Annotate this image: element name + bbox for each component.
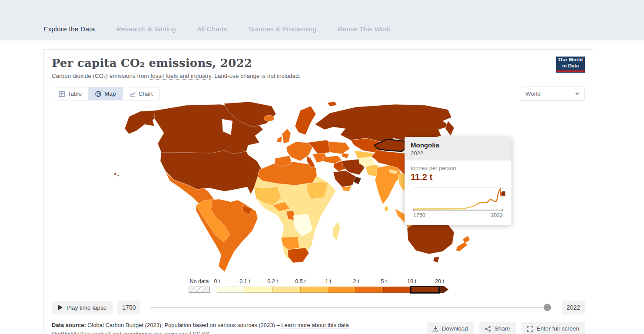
download-button[interactable]: Download bbox=[427, 322, 474, 334]
tooltip-value: 11.2 t bbox=[411, 172, 505, 182]
share-label: Share bbox=[495, 325, 510, 332]
subtitle-term-link[interactable]: fossil fuels and industry bbox=[150, 73, 211, 79]
legend-tick-0: 0 t bbox=[214, 278, 220, 284]
chart-card: Per capita CO₂ emissions, 2022 Carbon di… bbox=[43, 49, 593, 333]
region-scandinavia[interactable] bbox=[295, 106, 316, 135]
subtitle-text-end: . Land-use change is not included. bbox=[211, 73, 301, 79]
legend-bin-1-2t[interactable] bbox=[328, 287, 355, 293]
region-caucasus[interactable] bbox=[342, 153, 349, 158]
country-russia[interactable] bbox=[315, 104, 451, 142]
legend-bin-0.5-1t[interactable] bbox=[300, 287, 328, 293]
legend-bin-5-10t[interactable] bbox=[383, 287, 411, 293]
view-tab-chart[interactable]: Chart bbox=[123, 87, 159, 100]
view-tab-chart-label: Chart bbox=[139, 90, 153, 97]
view-tab-map[interactable]: Map bbox=[89, 87, 123, 100]
chevron-down-icon bbox=[575, 93, 579, 95]
country-south-africa[interactable] bbox=[288, 248, 309, 263]
globe-icon bbox=[95, 91, 101, 97]
nav-tab-research-writing[interactable]: Research & Writing bbox=[116, 25, 176, 33]
country-india[interactable] bbox=[375, 165, 402, 204]
country-yemen[interactable] bbox=[342, 186, 352, 191]
view-tab-map-label: Map bbox=[104, 90, 116, 97]
legend-tick-5: 2 t bbox=[353, 278, 359, 284]
table-icon bbox=[59, 91, 65, 97]
country-new-zealand-south[interactable] bbox=[456, 242, 467, 251]
country-sri-lanka[interactable] bbox=[385, 206, 388, 211]
timeline-slider-track[interactable] bbox=[150, 307, 552, 308]
nav-tab-sources-processing[interactable]: Sources & Processing bbox=[249, 25, 317, 33]
view-tab-table[interactable]: Table bbox=[52, 87, 89, 100]
legend-bin-0.2-0.5t[interactable] bbox=[272, 287, 300, 293]
download-label: Download bbox=[442, 325, 468, 332]
enter-fullscreen-button[interactable]: Enter full-screen bbox=[521, 322, 585, 334]
map-legend: No data 0 t 0.1 t 0.2 t 0.5 t 1 t 2 t 5 … bbox=[189, 278, 448, 293]
tooltip-body: tonnes per person 11.2 t bbox=[405, 160, 511, 182]
tooltip-sparkline: 1750 2022 bbox=[411, 185, 505, 219]
footer-actions: Download Share Enter full-screen bbox=[427, 322, 585, 334]
citation-line: OurWorldInData.org/co2-and-greenhouse-ga… bbox=[52, 331, 349, 334]
country-sudan[interactable] bbox=[306, 182, 328, 199]
region-svalbard[interactable] bbox=[327, 102, 337, 106]
timeline-start-year[interactable]: 1750 bbox=[117, 301, 140, 314]
legend-bin-0-0.1t[interactable] bbox=[217, 287, 245, 293]
legend-no-data-label: No data bbox=[190, 278, 209, 284]
nav-tab-all-charts[interactable]: All Charts bbox=[197, 25, 227, 33]
legend-tick-2: 0.2 t bbox=[267, 278, 278, 284]
tooltip-metric-label: tonnes per person bbox=[411, 165, 505, 171]
logo-line1: Our World bbox=[558, 57, 583, 63]
tooltip-year: 2022 bbox=[411, 150, 505, 157]
country-alaska[interactable] bbox=[125, 110, 158, 134]
map-tooltip: Mongolia 2022 tonnes per person 11.2 t bbox=[405, 137, 511, 225]
view-switcher: Table Map Chart bbox=[52, 87, 160, 100]
tooltip-country: Mongolia bbox=[411, 141, 505, 149]
country-iceland[interactable] bbox=[264, 115, 274, 121]
country-usa[interactable] bbox=[160, 150, 266, 194]
nav-tab-reuse-this-work[interactable]: Reuse This Work bbox=[338, 25, 390, 33]
owid-grapher-page: Explore the Data Research & Writing All … bbox=[0, 0, 644, 334]
map-area: Mongolia 2022 tonnes per person 11.2 t bbox=[52, 102, 585, 277]
country-ireland[interactable] bbox=[277, 137, 282, 143]
learn-more-link[interactable]: Learn more about this data bbox=[281, 322, 349, 328]
line-chart-icon bbox=[129, 91, 136, 97]
legend-tick-4: 1 t bbox=[325, 278, 332, 284]
chart-header: Per capita CO₂ emissions, 2022 Carbon di… bbox=[52, 57, 300, 79]
sparkline-end-year: 2022 bbox=[491, 212, 503, 218]
play-timelapse-button[interactable]: Play time-lapse bbox=[52, 301, 113, 314]
region-kamchatka[interactable] bbox=[445, 121, 454, 136]
timeline-slider-handle[interactable] bbox=[544, 304, 551, 311]
timeline-end-year[interactable]: 2022 bbox=[562, 301, 585, 314]
country-ukraine[interactable] bbox=[328, 142, 350, 154]
country-new-zealand-north[interactable] bbox=[463, 236, 470, 244]
hawaii[interactable] bbox=[114, 173, 116, 175]
country-australia[interactable] bbox=[407, 220, 454, 254]
sparkline-series bbox=[414, 189, 502, 209]
legend-bin-0.1-0.2t[interactable] bbox=[245, 287, 272, 293]
data-source-label: Data source: bbox=[52, 322, 86, 328]
chart-title: Per capita CO₂ emissions, 2022 bbox=[52, 57, 300, 70]
hawaii-2[interactable] bbox=[117, 175, 119, 176]
island-tasmania[interactable] bbox=[433, 257, 439, 263]
nav-tab-explore-the-data[interactable]: Explore the Data bbox=[43, 25, 95, 33]
logo-line2: in Data bbox=[562, 63, 579, 69]
legend-tick-7: 10 t bbox=[407, 278, 416, 284]
country-uk[interactable] bbox=[282, 129, 291, 144]
share-button[interactable]: Share bbox=[479, 322, 516, 334]
legend-bin-10-20t-highlighted[interactable] bbox=[411, 287, 439, 293]
legend-tick-6: 5 t bbox=[381, 278, 387, 284]
country-madagascar[interactable] bbox=[332, 222, 340, 240]
page-nav: Explore the Data Research & Writing All … bbox=[0, 0, 644, 40]
view-tab-table-label: Table bbox=[68, 90, 82, 97]
entity-selector-dropdown[interactable]: World bbox=[520, 87, 585, 101]
legend-open-ended-arrow[interactable] bbox=[439, 286, 448, 293]
legend-tick-8: 20 t bbox=[435, 278, 444, 284]
enter-fullscreen-label: Enter full-screen bbox=[537, 325, 579, 332]
timeline-controls: Play time-lapse 1750 2022 bbox=[52, 301, 585, 314]
logo-red-stripe bbox=[556, 70, 585, 72]
legend-bin-2-5t[interactable] bbox=[355, 287, 383, 293]
owid-logo[interactable]: Our World in Data bbox=[556, 57, 585, 73]
legend-no-data-swatch[interactable] bbox=[189, 287, 210, 293]
data-source-text: Global Carbon Budget (2023); Population … bbox=[86, 322, 282, 328]
source-block: Data source: Global Carbon Budget (2023)… bbox=[52, 322, 349, 334]
chart-subtitle: Carbon dioxide (CO₂) emissions from foss… bbox=[52, 73, 300, 79]
play-timelapse-label: Play time-lapse bbox=[66, 304, 106, 311]
